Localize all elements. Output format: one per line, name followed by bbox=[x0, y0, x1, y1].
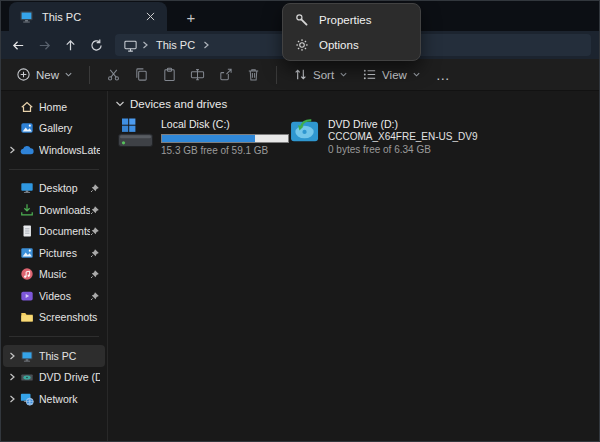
pin-icon[interactable] bbox=[90, 248, 100, 258]
monitor-outline-icon bbox=[123, 38, 138, 53]
scissors-icon bbox=[106, 67, 121, 82]
sidebar-item-network[interactable]: Network bbox=[3, 388, 105, 410]
sidebar-item-gallery[interactable]: Gallery bbox=[3, 118, 105, 140]
drive-item-dvd-d[interactable]: DVD Drive (D:) CCCOMA_X64FRE_EN-US_DV9 0… bbox=[290, 118, 478, 157]
music-icon bbox=[18, 267, 35, 281]
copy-button[interactable] bbox=[127, 62, 155, 88]
arrow-left-icon bbox=[11, 38, 26, 53]
dvd-disc-icon bbox=[290, 118, 321, 145]
menu-item-options[interactable]: Options bbox=[283, 32, 420, 57]
sidebar-item-desktop[interactable]: Desktop bbox=[3, 178, 105, 200]
file-explorer-window: This PC + This PC bbox=[0, 0, 600, 442]
videos-icon bbox=[18, 289, 35, 303]
view-button-label: View bbox=[382, 69, 407, 81]
menu-item-label: Options bbox=[319, 39, 359, 51]
sidebar-item-onedrive[interactable]: WindowsLatest - Pe bbox=[3, 139, 105, 161]
chevron-down-icon bbox=[115, 100, 125, 108]
hard-drive-icon bbox=[118, 118, 154, 149]
drive-name: Local Disk (C:) bbox=[161, 118, 289, 131]
share-button[interactable] bbox=[211, 62, 239, 88]
menu-item-properties[interactable]: Properties bbox=[283, 7, 420, 32]
chevron-expand-icon[interactable] bbox=[6, 351, 18, 361]
arrow-right-icon bbox=[37, 38, 52, 53]
pin-icon[interactable] bbox=[90, 205, 100, 215]
onedrive-icon bbox=[18, 144, 35, 156]
desktop-icon bbox=[18, 181, 35, 195]
chevron-right-icon[interactable] bbox=[202, 40, 210, 50]
new-tab-button[interactable]: + bbox=[179, 5, 203, 29]
rename-icon bbox=[190, 67, 205, 82]
home-icon bbox=[18, 100, 35, 114]
sidebar-divider bbox=[9, 336, 99, 337]
chevron-right-icon bbox=[141, 40, 149, 50]
chevron-expand-icon[interactable] bbox=[6, 372, 18, 382]
chevron-expand-icon[interactable] bbox=[6, 394, 18, 404]
sidebar-item-music[interactable]: Music bbox=[3, 264, 105, 286]
sort-icon bbox=[293, 67, 308, 82]
cut-button[interactable] bbox=[99, 62, 127, 88]
drive-free-space: 15.3 GB free of 59.1 GB bbox=[161, 145, 289, 157]
pin-icon[interactable] bbox=[90, 226, 100, 236]
sort-button-label: Sort bbox=[313, 69, 334, 81]
sidebar-item-documents[interactable]: Documents bbox=[3, 221, 105, 243]
pin-icon[interactable] bbox=[90, 183, 100, 193]
command-toolbar: New Sort View bbox=[1, 59, 599, 91]
toolbar-separator bbox=[89, 66, 90, 84]
pin-icon[interactable] bbox=[90, 291, 100, 301]
sidebar-item-pictures[interactable]: Pictures bbox=[3, 242, 105, 264]
group-header-devices-and-drives[interactable]: Devices and drives bbox=[115, 98, 599, 110]
tab-title: This PC bbox=[42, 11, 141, 23]
file-list-area: Devices and drives Local Disk (C:) 15.3 … bbox=[108, 91, 599, 442]
tab-this-pc[interactable]: This PC bbox=[9, 2, 167, 31]
sidebar-item-screenshots[interactable]: Screenshots bbox=[3, 307, 105, 329]
sidebar-item-home[interactable]: Home bbox=[3, 96, 105, 118]
sidebar-item-this-pc[interactable]: This PC bbox=[3, 345, 105, 367]
toolbar-separator bbox=[276, 66, 277, 84]
copy-icon bbox=[134, 67, 149, 82]
refresh-icon bbox=[89, 38, 104, 53]
plus-circle-icon bbox=[16, 67, 31, 82]
paste-button[interactable] bbox=[155, 62, 183, 88]
context-menu: Properties Options bbox=[282, 3, 421, 61]
delete-button[interactable] bbox=[239, 62, 267, 88]
chevron-expand-icon[interactable] bbox=[6, 145, 18, 155]
monitor-icon bbox=[18, 349, 35, 363]
sidebar-item-downloads[interactable]: Downloads bbox=[3, 199, 105, 221]
pictures-icon bbox=[18, 246, 35, 260]
trash-icon bbox=[246, 67, 261, 82]
sidebar-item-dvd-drive[interactable]: DVD Drive (D:) CCC bbox=[3, 367, 105, 389]
menu-item-label: Properties bbox=[319, 14, 371, 26]
drive-name: DVD Drive (D:) bbox=[328, 118, 478, 131]
breadcrumb-item-this-pc[interactable]: This PC bbox=[156, 39, 195, 51]
rename-button[interactable] bbox=[183, 62, 211, 88]
new-button-label: New bbox=[36, 69, 59, 81]
view-button[interactable]: View bbox=[355, 62, 428, 88]
close-icon[interactable] bbox=[141, 8, 159, 26]
sidebar-item-videos[interactable]: Videos bbox=[3, 285, 105, 307]
paste-icon bbox=[162, 67, 177, 82]
arrow-up-icon bbox=[63, 38, 78, 53]
sidebar-divider bbox=[9, 169, 99, 170]
wrench-icon bbox=[295, 13, 309, 27]
plus-icon: + bbox=[187, 9, 196, 26]
up-button[interactable] bbox=[57, 33, 83, 57]
pin-icon[interactable] bbox=[90, 269, 100, 279]
drive-item-local-disk-c[interactable]: Local Disk (C:) 15.3 GB free of 59.1 GB bbox=[118, 118, 290, 157]
network-icon bbox=[18, 392, 35, 406]
chevron-down-icon bbox=[339, 70, 348, 79]
gear-icon bbox=[295, 38, 309, 52]
drive-free-space: 0 bytes free of 6.34 GB bbox=[328, 144, 478, 156]
new-button[interactable]: New bbox=[9, 62, 80, 88]
back-button[interactable] bbox=[5, 33, 31, 57]
forward-button[interactable] bbox=[31, 33, 57, 57]
gallery-icon bbox=[18, 121, 35, 135]
monitor-icon bbox=[19, 9, 34, 24]
refresh-button[interactable] bbox=[83, 33, 109, 57]
chevron-down-icon bbox=[412, 70, 421, 79]
folder-icon bbox=[18, 310, 35, 324]
sort-button[interactable]: Sort bbox=[286, 62, 355, 88]
drive-volume-label: CCCOMA_X64FRE_EN-US_DV9 bbox=[328, 131, 478, 143]
see-more-button[interactable]: … bbox=[428, 67, 459, 83]
dvd-drive-icon bbox=[18, 370, 35, 384]
view-icon bbox=[362, 67, 377, 82]
